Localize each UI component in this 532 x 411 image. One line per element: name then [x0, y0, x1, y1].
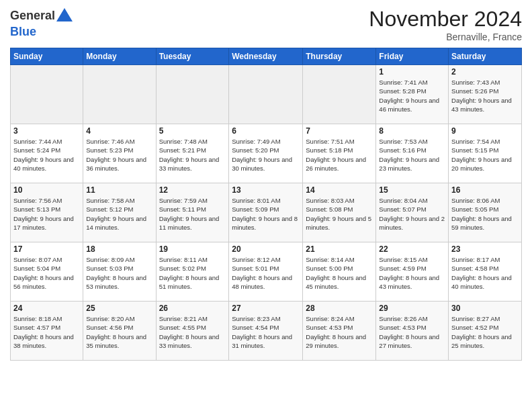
calendar-body: 1Sunrise: 7:41 AM Sunset: 5:28 PM Daylig…: [11, 65, 522, 361]
calendar-cell: [156, 65, 229, 124]
day-number: 15: [379, 185, 445, 195]
calendar-cell: [229, 65, 303, 124]
calendar-cell: 17Sunrise: 8:07 AM Sunset: 5:04 PM Dayli…: [11, 242, 83, 302]
logo-icon: [55, 7, 74, 26]
day-info: Sunrise: 7:48 AM Sunset: 5:21 PM Dayligh…: [159, 137, 226, 173]
day-info: Sunrise: 8:17 AM Sunset: 4:58 PM Dayligh…: [451, 255, 519, 291]
calendar-cell: 4Sunrise: 7:46 AM Sunset: 5:23 PM Daylig…: [83, 124, 156, 183]
day-number: 23: [451, 244, 519, 254]
day-info: Sunrise: 7:41 AM Sunset: 5:28 PM Dayligh…: [379, 78, 445, 113]
day-info: Sunrise: 7:49 AM Sunset: 5:20 PM Dayligh…: [232, 137, 300, 173]
calendar-cell: 29Sunrise: 8:26 AM Sunset: 4:53 PM Dayli…: [376, 302, 449, 361]
day-info: Sunrise: 8:18 AM Sunset: 4:57 PM Dayligh…: [13, 314, 80, 350]
day-info: Sunrise: 7:44 AM Sunset: 5:24 PM Dayligh…: [13, 137, 80, 173]
day-number: 21: [306, 244, 373, 254]
calendar-cell: 23Sunrise: 8:17 AM Sunset: 4:58 PM Dayli…: [449, 242, 522, 302]
calendar-cell: 24Sunrise: 8:18 AM Sunset: 4:57 PM Dayli…: [11, 302, 83, 361]
calendar-cell: 16Sunrise: 8:06 AM Sunset: 5:05 PM Dayli…: [449, 183, 522, 242]
calendar-cell: 25Sunrise: 8:20 AM Sunset: 4:56 PM Dayli…: [83, 302, 156, 361]
calendar-cell: 1Sunrise: 7:41 AM Sunset: 5:28 PM Daylig…: [376, 65, 449, 124]
logo-text: General: [10, 9, 55, 23]
day-info: Sunrise: 8:11 AM Sunset: 5:02 PM Dayligh…: [159, 255, 226, 291]
calendar-cell: 27Sunrise: 8:23 AM Sunset: 4:54 PM Dayli…: [229, 302, 303, 361]
calendar-table: Sunday Monday Tuesday Wednesday Thursday…: [10, 48, 522, 361]
day-number: 11: [86, 185, 152, 195]
logo-general: General: [10, 9, 55, 22]
header-friday: Friday: [376, 48, 449, 65]
header-sunday: Sunday: [11, 48, 83, 65]
calendar-cell: 15Sunrise: 8:04 AM Sunset: 5:07 PM Dayli…: [376, 183, 449, 242]
day-info: Sunrise: 8:07 AM Sunset: 5:04 PM Dayligh…: [13, 255, 80, 291]
day-number: 1: [379, 67, 445, 77]
calendar-cell: 11Sunrise: 7:58 AM Sunset: 5:12 PM Dayli…: [83, 183, 156, 242]
calendar-cell: [11, 65, 83, 124]
calendar-cell: 3Sunrise: 7:44 AM Sunset: 5:24 PM Daylig…: [11, 124, 83, 183]
day-info: Sunrise: 8:26 AM Sunset: 4:53 PM Dayligh…: [379, 314, 445, 350]
day-info: Sunrise: 7:53 AM Sunset: 5:16 PM Dayligh…: [379, 137, 445, 173]
day-info: Sunrise: 8:27 AM Sunset: 4:52 PM Dayligh…: [451, 314, 519, 350]
calendar-week-0: 1Sunrise: 7:41 AM Sunset: 5:28 PM Daylig…: [11, 65, 522, 124]
calendar-cell: 19Sunrise: 8:11 AM Sunset: 5:02 PM Dayli…: [156, 242, 229, 302]
logo: General Blue: [10, 7, 74, 39]
calendar-cell: 12Sunrise: 7:59 AM Sunset: 5:11 PM Dayli…: [156, 183, 229, 242]
calendar-cell: 14Sunrise: 8:03 AM Sunset: 5:08 PM Dayli…: [303, 183, 376, 242]
calendar-week-4: 24Sunrise: 8:18 AM Sunset: 4:57 PM Dayli…: [11, 302, 522, 361]
day-number: 24: [13, 304, 80, 313]
day-info: Sunrise: 7:54 AM Sunset: 5:15 PM Dayligh…: [451, 137, 519, 173]
day-number: 27: [232, 304, 300, 313]
day-info: Sunrise: 8:09 AM Sunset: 5:03 PM Dayligh…: [86, 255, 152, 291]
day-info: Sunrise: 8:04 AM Sunset: 5:07 PM Dayligh…: [379, 196, 445, 232]
calendar-cell: 26Sunrise: 8:21 AM Sunset: 4:55 PM Dayli…: [156, 302, 229, 361]
day-number: 20: [232, 244, 300, 254]
day-number: 10: [13, 185, 80, 195]
calendar-cell: 10Sunrise: 7:56 AM Sunset: 5:13 PM Dayli…: [11, 183, 83, 242]
location: Bernaville, France: [369, 32, 522, 42]
calendar-cell: 6Sunrise: 7:49 AM Sunset: 5:20 PM Daylig…: [229, 124, 303, 183]
day-info: Sunrise: 8:01 AM Sunset: 5:09 PM Dayligh…: [232, 196, 300, 232]
calendar-cell: [303, 65, 376, 124]
day-number: 30: [451, 304, 519, 313]
calendar-cell: 9Sunrise: 7:54 AM Sunset: 5:15 PM Daylig…: [449, 124, 522, 183]
calendar-week-3: 17Sunrise: 8:07 AM Sunset: 5:04 PM Dayli…: [11, 242, 522, 302]
calendar-cell: 20Sunrise: 8:12 AM Sunset: 5:01 PM Dayli…: [229, 242, 303, 302]
day-number: 17: [13, 244, 80, 254]
day-number: 16: [451, 185, 519, 195]
day-number: 25: [86, 304, 152, 313]
day-number: 26: [159, 304, 226, 313]
day-number: 18: [86, 244, 152, 254]
calendar-week-1: 3Sunrise: 7:44 AM Sunset: 5:24 PM Daylig…: [11, 124, 522, 183]
calendar-cell: [83, 65, 156, 124]
day-info: Sunrise: 7:51 AM Sunset: 5:18 PM Dayligh…: [306, 137, 373, 173]
day-info: Sunrise: 8:12 AM Sunset: 5:01 PM Dayligh…: [232, 255, 300, 291]
day-number: 19: [159, 244, 226, 254]
day-info: Sunrise: 8:14 AM Sunset: 5:00 PM Dayligh…: [306, 255, 373, 291]
day-number: 3: [13, 126, 80, 136]
day-info: Sunrise: 7:46 AM Sunset: 5:23 PM Dayligh…: [86, 137, 152, 173]
day-number: 8: [379, 126, 445, 136]
calendar-week-2: 10Sunrise: 7:56 AM Sunset: 5:13 PM Dayli…: [11, 183, 522, 242]
day-number: 5: [159, 126, 226, 136]
day-number: 4: [86, 126, 152, 136]
calendar-cell: 7Sunrise: 7:51 AM Sunset: 5:18 PM Daylig…: [303, 124, 376, 183]
calendar-header: Sunday Monday Tuesday Wednesday Thursday…: [11, 48, 522, 65]
calendar-cell: 21Sunrise: 8:14 AM Sunset: 5:00 PM Dayli…: [303, 242, 376, 302]
header: General Blue November 2024 Bernaville, F…: [10, 7, 522, 42]
calendar-cell: 22Sunrise: 8:15 AM Sunset: 4:59 PM Dayli…: [376, 242, 449, 302]
header-tuesday: Tuesday: [156, 48, 229, 65]
day-info: Sunrise: 8:03 AM Sunset: 5:08 PM Dayligh…: [306, 196, 373, 232]
day-number: 28: [306, 304, 373, 313]
calendar-cell: 28Sunrise: 8:24 AM Sunset: 4:53 PM Dayli…: [303, 302, 376, 361]
day-number: 6: [232, 126, 300, 136]
calendar-cell: 5Sunrise: 7:48 AM Sunset: 5:21 PM Daylig…: [156, 124, 229, 183]
day-number: 12: [159, 185, 226, 195]
day-info: Sunrise: 8:23 AM Sunset: 4:54 PM Dayligh…: [232, 314, 300, 350]
header-saturday: Saturday: [449, 48, 522, 65]
svg-marker-0: [56, 8, 73, 21]
day-info: Sunrise: 7:43 AM Sunset: 5:26 PM Dayligh…: [451, 78, 519, 113]
calendar-cell: 2Sunrise: 7:43 AM Sunset: 5:26 PM Daylig…: [449, 65, 522, 124]
day-number: 2: [451, 67, 519, 77]
calendar-cell: 18Sunrise: 8:09 AM Sunset: 5:03 PM Dayli…: [83, 242, 156, 302]
day-info: Sunrise: 7:58 AM Sunset: 5:12 PM Dayligh…: [86, 196, 152, 232]
day-info: Sunrise: 8:21 AM Sunset: 4:55 PM Dayligh…: [159, 314, 226, 350]
day-number: 9: [451, 126, 519, 136]
